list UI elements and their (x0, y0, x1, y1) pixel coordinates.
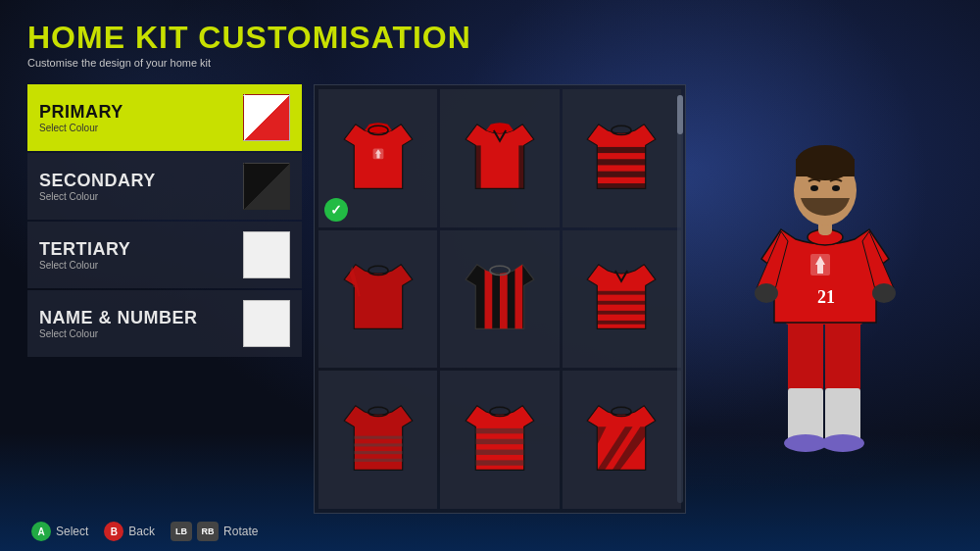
svg-rect-10 (500, 257, 508, 340)
svg-point-39 (872, 283, 896, 303)
kit-cell-0[interactable] (318, 89, 437, 227)
main-container: HOME KIT CUSTOMISATION Customise the des… (0, 0, 980, 551)
svg-point-33 (784, 434, 827, 452)
svg-rect-20 (340, 459, 416, 462)
content-row: PRIMARY Select Colour SECONDARY Select C… (27, 84, 953, 514)
svg-rect-5 (584, 183, 660, 189)
name-number-sublabel: Select Colour (39, 328, 198, 339)
kit-cell-2[interactable] (563, 89, 681, 227)
kit-grid-panel (314, 84, 686, 514)
selected-checkmark (324, 198, 348, 222)
primary-label: PRIMARY (39, 103, 123, 121)
button-lb-icon: LB (171, 522, 192, 541)
secondary-sublabel: Select Colour (39, 191, 156, 202)
kit-cell-4[interactable] (440, 230, 559, 369)
kit-cell-8[interactable] (563, 371, 681, 509)
hint-select-label: Select (56, 525, 88, 538)
tertiary-sublabel: Select Colour (39, 260, 130, 271)
svg-rect-24 (462, 450, 537, 455)
svg-rect-23 (462, 439, 537, 444)
primary-colour-option[interactable]: PRIMARY Select Colour (27, 84, 302, 151)
grid-scrollbar-thumb (677, 95, 683, 134)
svg-rect-25 (462, 461, 537, 466)
svg-rect-11 (514, 257, 522, 340)
hint-rotate-label: Rotate (223, 525, 258, 538)
tertiary-colour-option[interactable]: TERTIARY Select Colour (27, 222, 302, 288)
svg-rect-14 (584, 301, 660, 305)
svg-point-45 (832, 185, 840, 191)
secondary-swatch (243, 163, 290, 210)
hint-select: A Select (31, 522, 88, 541)
svg-rect-13 (584, 291, 660, 295)
primary-sublabel: Select Colour (39, 123, 123, 133)
kit-grid (318, 89, 681, 509)
svg-point-38 (755, 283, 778, 303)
kit-cell-5[interactable] (563, 230, 681, 369)
page-title: HOME KIT CUSTOMISATION (27, 22, 953, 53)
svg-rect-15 (584, 311, 660, 315)
kit-cell-7[interactable] (440, 371, 559, 509)
secondary-colour-option[interactable]: SECONDARY Select Colour (27, 153, 302, 220)
kit-cell-3[interactable] (318, 230, 437, 369)
svg-rect-4 (584, 171, 660, 176)
kit-cell-1[interactable] (440, 89, 559, 227)
hint-back-label: Back (128, 525, 155, 538)
svg-rect-17 (340, 436, 416, 439)
svg-rect-3 (584, 159, 660, 165)
name-number-swatch (243, 300, 290, 347)
right-panel: 21 (698, 84, 953, 514)
svg-rect-32 (825, 388, 860, 442)
grid-scrollbar[interactable] (677, 95, 683, 503)
hint-rotate: LB RB Rotate (171, 522, 258, 541)
tertiary-label: TERTIARY (39, 240, 130, 258)
svg-rect-43 (796, 159, 855, 176)
svg-rect-29 (825, 318, 860, 391)
svg-rect-31 (788, 388, 823, 442)
secondary-label: SECONDARY (39, 172, 156, 189)
svg-point-34 (821, 434, 864, 452)
player-figure: 21 (717, 92, 933, 514)
bottom-bar: A Select B Back LB RB Rotate (27, 514, 953, 541)
primary-swatch (243, 94, 290, 141)
hint-back: B Back (104, 522, 155, 541)
button-b-icon: B (104, 522, 123, 541)
left-panel: PRIMARY Select Colour SECONDARY Select C… (27, 84, 302, 514)
name-number-colour-option[interactable]: NAME & NUMBER Select Colour (27, 290, 302, 357)
svg-rect-19 (340, 451, 416, 454)
button-rb-icon: RB (197, 522, 219, 541)
button-a-icon: A (31, 522, 51, 541)
kit-cell-6[interactable] (318, 371, 437, 509)
svg-rect-18 (340, 444, 416, 447)
svg-rect-16 (584, 321, 660, 325)
svg-point-44 (810, 185, 818, 191)
header: HOME KIT CUSTOMISATION Customise the des… (27, 22, 953, 69)
svg-rect-28 (788, 318, 823, 391)
tertiary-swatch (243, 231, 290, 278)
page-subtitle: Customise the design of your home kit (27, 57, 953, 69)
svg-rect-22 (462, 428, 537, 433)
svg-text:21: 21 (817, 287, 835, 307)
name-number-label: NAME & NUMBER (39, 309, 198, 326)
svg-rect-2 (584, 147, 660, 153)
